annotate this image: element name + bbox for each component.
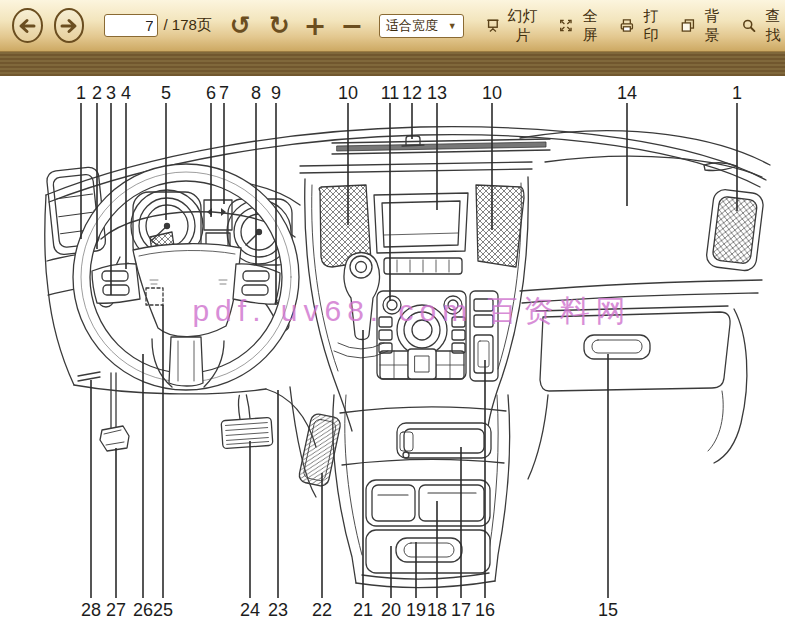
callout-number: 9 [271, 83, 281, 103]
callout-number: 3 [106, 83, 116, 103]
plus-icon: + [304, 10, 327, 41]
chevron-down-icon: ▼ [448, 21, 457, 31]
callout-number: 14 [617, 83, 637, 103]
document-page[interactable]: pdf. uv68. com 百资料网 12345678910111213101… [0, 76, 785, 629]
callout-number: 10 [338, 83, 358, 103]
steering-wheel [73, 164, 299, 390]
console-tray [397, 423, 491, 458]
hood-release-handle [100, 426, 129, 451]
callout-number: 17 [451, 600, 471, 620]
center-console [333, 395, 510, 588]
callout-number: 16 [475, 600, 495, 620]
fit-width-select[interactable]: 适合宽度 ▼ [379, 14, 464, 38]
slideshow-button[interactable]: 幻灯片 [486, 7, 541, 45]
back-button[interactable] [12, 8, 43, 43]
dashboard-diagram: pdf. uv68. com 百资料网 12345678910111213101… [0, 76, 785, 629]
toolbar-actions: 幻灯片 全屏 打印 [486, 7, 785, 45]
background-button[interactable]: 背景 [681, 7, 724, 45]
slideshow-label: 幻灯片 [505, 7, 542, 45]
callout-number: 15 [598, 600, 618, 620]
callout-number: 23 [268, 600, 288, 620]
arrow-left-icon [16, 15, 38, 37]
background-icon [681, 17, 695, 34]
fullscreen-icon [559, 17, 573, 34]
callout-number: 7 [219, 83, 229, 103]
search-icon [742, 17, 756, 34]
fit-width-value: 适合宽度 [386, 17, 438, 35]
callout-number: 13 [427, 83, 447, 103]
callout-number: 5 [161, 83, 171, 103]
callout-number: 1 [76, 83, 86, 103]
callout-number: 20 [381, 600, 401, 620]
cupholder-unit [366, 480, 490, 526]
callout-number: 2 [92, 83, 102, 103]
fullscreen-button[interactable]: 全屏 [559, 7, 602, 45]
print-button[interactable]: 打印 [620, 7, 663, 45]
callout-number: 6 [206, 83, 216, 103]
find-button[interactable]: 查找 [742, 7, 785, 45]
center-vent-right [476, 185, 524, 267]
callout-number: 26 [133, 600, 153, 620]
callout-number: 22 [312, 600, 332, 620]
callout-number: 18 [427, 600, 447, 620]
callout-number: 25 [153, 600, 173, 620]
page-total-label: / 178页 [163, 16, 211, 35]
forward-button[interactable] [54, 8, 85, 43]
callout-number: 10 [482, 83, 502, 103]
callout-number: 11 [381, 83, 400, 103]
pdf-reader-window: / 178页 ↺ ↻ + − 适合宽度 ▼ 幻灯片 全 [0, 0, 785, 630]
storage-bin [366, 530, 490, 573]
rotate-cw-icon: ↻ [269, 11, 290, 40]
callout-number: 8 [251, 83, 261, 103]
callout-number: 21 [353, 600, 373, 620]
callout-number: 27 [106, 600, 126, 620]
minus-icon: − [340, 10, 363, 41]
rotate-ccw-button[interactable]: ↺ [230, 13, 251, 38]
passenger-side [528, 188, 764, 479]
print-label: 打印 [639, 7, 663, 45]
find-label: 查找 [761, 7, 785, 45]
callout-number: 1 [732, 83, 742, 103]
right-side-vent [705, 188, 764, 272]
glove-box-handle [584, 335, 650, 359]
toolbar-shadow-band [0, 52, 785, 76]
zoom-out-button[interactable]: − [340, 12, 363, 39]
dashboard-line-art [45, 127, 770, 588]
background-label: 背景 [700, 7, 724, 45]
callout-number: 28 [81, 600, 101, 620]
slideshow-icon [486, 17, 500, 34]
rotate-cw-button[interactable]: ↻ [269, 13, 290, 38]
arrow-right-icon [58, 15, 80, 37]
accelerator-pedal [298, 413, 342, 488]
toolbar: / 178页 ↺ ↻ + − 适合宽度 ▼ 幻灯片 全 [0, 0, 785, 52]
watermark-text: pdf. uv68. com 百资料网 [192, 294, 631, 327]
rotate-ccw-icon: ↺ [230, 11, 251, 40]
brake-pedal [219, 393, 273, 448]
print-icon [620, 17, 634, 34]
page-number-input[interactable] [104, 14, 158, 37]
fullscreen-label: 全屏 [578, 7, 602, 45]
callout-number: 4 [121, 83, 131, 103]
zoom-in-button[interactable]: + [304, 12, 327, 39]
callout-number: 19 [406, 600, 426, 620]
callout-number: 12 [402, 83, 422, 103]
callout-number: 24 [240, 600, 260, 620]
